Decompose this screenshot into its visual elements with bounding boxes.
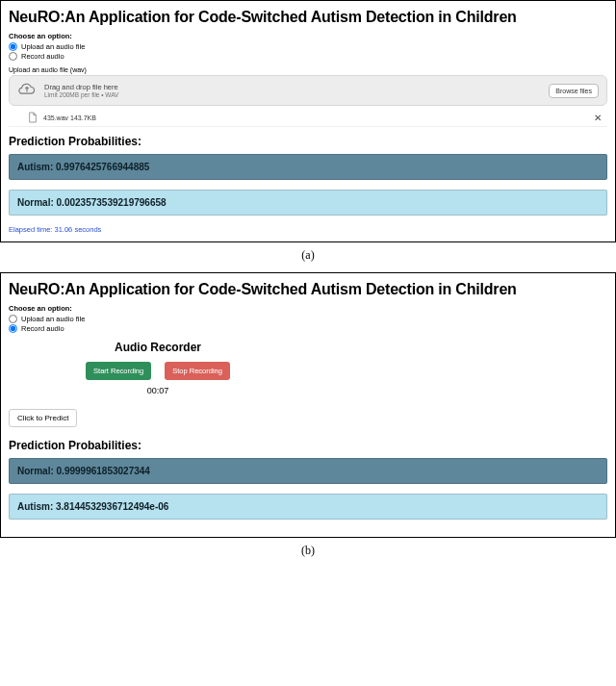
radio-record-row[interactable]: Record audio [9, 52, 607, 61]
radio-upload-row[interactable]: Upload an audio file [9, 42, 607, 51]
app-title: NeuRO:An Application for Code-Switched A… [9, 281, 607, 298]
recorder-title: Audio Recorder [47, 341, 269, 354]
file-icon [28, 112, 38, 124]
predict-button[interactable]: Click to Predict [9, 409, 77, 427]
dropzone-subtext: Limit 200MB per file • WAV [44, 91, 118, 98]
radio-record[interactable] [9, 324, 17, 333]
upload-hint: Upload an audio file (wav) [9, 66, 607, 73]
probability-bar-secondary: Autism: 3.8144532936712494e-06 [9, 494, 607, 520]
panel-a: NeuRO:An Application for Code-Switched A… [0, 0, 616, 242]
file-dropzone[interactable]: Drag and drop file here Limit 200MB per … [9, 75, 607, 106]
caption-a: (a) [0, 248, 616, 263]
cloud-upload-icon [17, 82, 37, 99]
radio-upload-label: Upload an audio file [21, 315, 85, 323]
start-recording-button[interactable]: Start Recording [86, 362, 151, 380]
radio-record-label: Record audio [21, 324, 64, 333]
choose-option-label: Choose an option: [9, 304, 607, 313]
radio-upload[interactable] [9, 315, 17, 323]
panel-b: NeuRO:An Application for Code-Switched A… [0, 272, 616, 538]
uploaded-file-row: 435.wav 143.7KB ✕ [9, 108, 607, 127]
prediction-heading: Prediction Probabilities: [9, 135, 607, 148]
radio-record-label: Record audio [21, 52, 64, 61]
elapsed-time: Elapsed time: 31.06 seconds [9, 225, 607, 234]
prediction-heading: Prediction Probabilities: [9, 439, 607, 452]
uploaded-file-name: 435.wav 143.7KB [43, 114, 96, 121]
recording-timer: 00:07 [47, 386, 269, 395]
caption-b: (b) [0, 544, 616, 558]
radio-record[interactable] [9, 52, 17, 61]
browse-files-button[interactable]: Browse files [549, 84, 599, 98]
choose-option-label: Choose an option: [9, 32, 607, 40]
dropzone-text: Drag and drop file here [44, 83, 118, 91]
radio-upload-row[interactable]: Upload an audio file [9, 315, 607, 323]
probability-bar-primary: Normal: 0.9999961853027344 [9, 458, 607, 484]
radio-upload[interactable] [9, 42, 17, 51]
app-title: NeuRO:An Application for Code-Switched A… [9, 9, 607, 26]
stop-recording-button[interactable]: Stop Recording [165, 362, 230, 380]
probability-bar-secondary: Normal: 0.0023573539219796658 [9, 190, 607, 216]
radio-upload-label: Upload an audio file [21, 42, 85, 51]
radio-record-row[interactable]: Record audio [9, 324, 607, 333]
remove-file-button[interactable]: ✕ [594, 113, 602, 123]
probability-bar-primary: Autism: 0.9976425766944885 [9, 154, 607, 180]
audio-recorder: Audio Recorder Start Recording Stop Reco… [47, 341, 269, 395]
